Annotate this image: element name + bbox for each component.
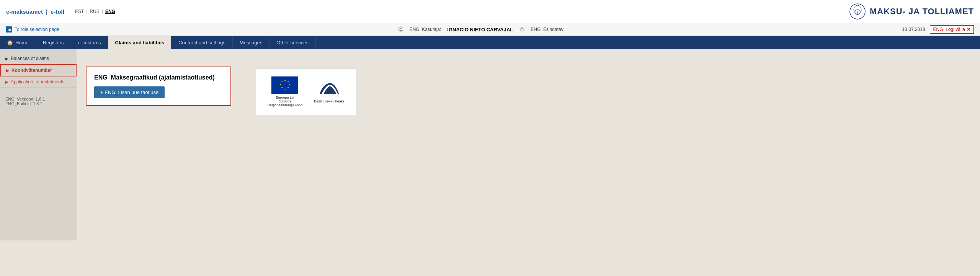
svg-point-6 xyxy=(400,28,402,29)
lang-rus[interactable]: RUS xyxy=(90,9,99,14)
coat-of-arms-icon xyxy=(849,3,866,20)
brand-area: e-maksuamet | e-toll EST | RUS | ENG xyxy=(6,8,115,15)
eu-text: Euroopa Liit Euroopa Regionaalarengu Fon… xyxy=(268,96,303,107)
svg-text:★: ★ xyxy=(284,88,286,90)
svg-text:★: ★ xyxy=(284,80,286,82)
emaksu-link[interactable]: e-maksuamet xyxy=(6,8,43,15)
svg-text:★: ★ xyxy=(279,83,281,86)
arrow-icon: ▶ xyxy=(6,68,9,73)
add-new-application-button[interactable]: + ENG_Lisan uue taotluse xyxy=(94,86,165,98)
version-label: ENG_Versioon: 1.8.1 xyxy=(5,97,71,101)
brand-divider: | xyxy=(46,8,47,15)
nav-claims[interactable]: Claims and liabilities xyxy=(108,36,172,49)
ee-text: Eesti tuleviku heaks xyxy=(314,99,345,103)
svg-text:★: ★ xyxy=(287,86,289,89)
nav-home[interactable]: 🏠 Home xyxy=(0,36,36,49)
lang-eng[interactable]: ENG xyxy=(105,9,115,14)
sidebar-item-koond[interactable]: ▶ Koondviitenumber xyxy=(0,64,77,76)
sidebar-footer: ENG_Versioon: 1.8.1 ENG_Build id: 1.8.1 xyxy=(0,91,77,112)
user-info: ENG_Kasutaja: IGNACIO NIETO CARVAJAL ENG… xyxy=(398,26,564,33)
logout-button[interactable]: ENG_Logi välja ✕ xyxy=(930,25,974,34)
sidebar: ▶ Balances of claims ▶ Koondviitenumber … xyxy=(0,49,77,240)
sub-header: ◀ To role selection page ENG_Kasutaja: I… xyxy=(0,23,980,36)
date-label: 13.07.2018 xyxy=(902,27,925,32)
main-content: ENG_Maksegraafikud (ajatamistaotlused) +… xyxy=(77,49,980,240)
svg-text:★: ★ xyxy=(287,80,289,83)
main-nav: 🏠 Home Registers e-customs Claims and li… xyxy=(0,36,980,49)
arrow-icon: ▶ xyxy=(5,80,8,84)
content-title: ENG_Maksegraafikud (ajatamistaotlused) xyxy=(94,74,223,81)
nav-contract[interactable]: Contract and settings xyxy=(172,36,233,49)
home-icon: 🏠 xyxy=(7,40,13,45)
svg-rect-8 xyxy=(271,76,298,94)
lock-icon xyxy=(519,26,524,33)
logo-text: MAKSU- JA TOLLIAMET xyxy=(870,6,974,16)
user-name: IGNACIO NIETO CARVAJAL xyxy=(447,27,513,32)
svg-text:★: ★ xyxy=(289,83,291,86)
lang-est[interactable]: EST xyxy=(75,9,84,14)
svg-rect-7 xyxy=(520,29,523,31)
back-label: To role selection page xyxy=(15,27,59,32)
language-switcher: EST | RUS | ENG xyxy=(75,9,115,14)
nav-messages[interactable]: Messages xyxy=(233,36,270,49)
user-icon xyxy=(398,26,403,33)
sidebar-item-balances[interactable]: ▶ Balances of claims xyxy=(0,53,77,64)
logout-x-icon: ✕ xyxy=(967,27,970,32)
svg-text:★: ★ xyxy=(281,80,283,83)
ee-logo-item: Eesti tuleviku heaks xyxy=(314,80,345,103)
logo-area: MAKSU- JA TOLLIAMET xyxy=(849,3,974,20)
user-label: ENG_Kasutaja: xyxy=(410,27,441,32)
arrow-icon: ▶ xyxy=(5,57,8,61)
nav-registers[interactable]: Registers xyxy=(36,36,71,49)
add-btn-label: + ENG_Lisan uue taotluse xyxy=(100,89,158,95)
content-card: ENG_Maksegraafikud (ajatamistaotlused) +… xyxy=(86,67,231,106)
etoll-link[interactable]: e-toll xyxy=(51,8,64,15)
nav-other[interactable]: Other services xyxy=(270,36,316,49)
sidebar-item-application[interactable]: ▶ Application for instalments xyxy=(0,76,77,88)
main-layout: ▶ Balances of claims ▶ Koondviitenumber … xyxy=(0,49,980,240)
eu-flag-icon: ★ ★ ★ ★ ★ ★ ★ ★ xyxy=(271,76,298,94)
back-to-role[interactable]: ◀ To role selection page xyxy=(6,26,59,32)
svg-text:★: ★ xyxy=(281,86,283,89)
logout-label: ENG_Logi välja xyxy=(933,27,965,32)
esindatav-label: ENG_Esindatav xyxy=(531,27,563,32)
build-label: ENG_Build id: 1.8.1 xyxy=(5,101,71,106)
top-header: e-maksuamet | e-toll EST | RUS | ENG MAK… xyxy=(0,0,980,23)
ee-logo-icon xyxy=(316,80,343,98)
brand-links: e-maksuamet | e-toll xyxy=(6,8,64,15)
header-right: 13.07.2018 ENG_Logi välja ✕ xyxy=(902,25,974,34)
back-icon: ◀ xyxy=(6,26,12,32)
nav-ecustoms[interactable]: e-customs xyxy=(71,36,108,49)
footer-logos: ★ ★ ★ ★ ★ ★ ★ ★ Euroopa Liit Euroopa Reg… xyxy=(256,68,356,115)
eu-logo-item: ★ ★ ★ ★ ★ ★ ★ ★ Euroopa Liit Euroopa Reg… xyxy=(268,76,303,107)
